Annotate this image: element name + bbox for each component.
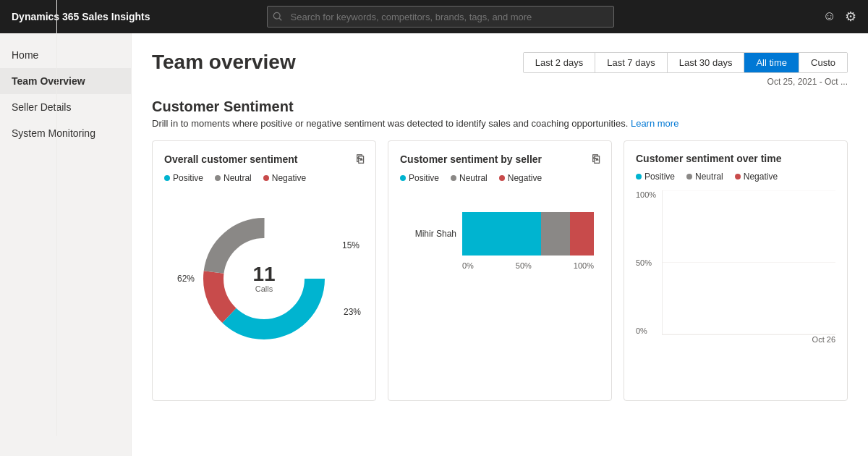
donut-label-62: 62% (177, 274, 195, 284)
bar-neutral-seg (541, 212, 570, 256)
bar-negative-seg (570, 212, 594, 256)
bar-positive-seg (462, 212, 541, 256)
yaxis-100: 100% (636, 190, 656, 199)
sidebar-item-system-monitoring[interactable]: System Monitoring (0, 120, 131, 146)
xaxis-50: 50% (516, 261, 532, 270)
by-seller-card-title: Customer sentiment by seller ⎘ (400, 153, 600, 166)
filter-last30days[interactable]: Last 30 days (668, 53, 745, 72)
filter-custom[interactable]: Custo (799, 53, 847, 72)
by-seller-chart: Mihir Shah 0% 50% 100% (400, 212, 600, 270)
sidebar-item-seller-details[interactable]: Seller Details (0, 94, 131, 120)
ot-chart-area (662, 190, 835, 335)
neutral-label: Neutral (224, 173, 252, 183)
filter-alltime[interactable]: All time (744, 53, 799, 72)
topnav-actions: ☺ ⚙ (823, 9, 856, 25)
xaxis-0: 0% (462, 261, 474, 270)
sidebar-item-team-overview[interactable]: Team Overview (0, 68, 131, 94)
xaxis-oct26: Oct 26 (812, 335, 835, 344)
learn-more-link[interactable]: Learn more (631, 118, 678, 129)
donut-chart: 11 Calls 62% 15% 23% (164, 192, 364, 366)
app-brand: Dynamics 365 Sales Insights (12, 11, 156, 22)
bar-label-mihir: Mihir Shah (406, 229, 456, 239)
sentiment-cards: Overall customer sentiment ⎘ Positive Ne… (152, 140, 848, 401)
search-bar[interactable] (267, 6, 614, 28)
by-seller-legend-positive: Positive (400, 173, 439, 183)
section-desc-text: Drill in to moments where positive or ne… (152, 118, 628, 129)
over-time-legend: Positive Neutral Negative (636, 172, 835, 182)
positive-label: Positive (173, 173, 203, 183)
positive-dot (164, 175, 170, 181)
by-seller-legend-negative: Negative (499, 173, 542, 183)
donut-label-23: 23% (344, 307, 361, 317)
ot-svg (663, 190, 835, 334)
bar-stack-mihir (462, 212, 594, 256)
over-time-chart: 100% 50% 0% (636, 190, 835, 344)
by-seller-xaxis: 0% 50% 100% (406, 261, 594, 270)
search-icon (273, 12, 283, 22)
time-filter-group: Last 2 days Last 7 days Last 30 days All… (523, 52, 848, 73)
sidebar-item-home[interactable]: Home (0, 42, 131, 68)
overall-export-icon[interactable]: ⎘ (357, 153, 364, 166)
main-content: Team overview Last 2 days Last 7 days La… (132, 33, 868, 456)
over-time-card: Customer sentiment over time Positive Ne… (624, 140, 848, 401)
xaxis-100: 100% (574, 261, 594, 270)
topnav: Dynamics 365 Sales Insights ☺ ⚙ (0, 0, 868, 33)
date-range: Oct 25, 2021 - Oct ... (152, 77, 848, 87)
settings-icon[interactable]: ⚙ (845, 9, 856, 25)
ot-yaxis: 100% 50% 0% (636, 190, 656, 335)
legend-negative: Negative (263, 173, 306, 183)
sidebar: Home Team Overview Seller Details System… (0, 33, 132, 456)
page-header: Team overview Last 2 days Last 7 days La… (152, 51, 848, 74)
section-description: Drill in to moments where positive or ne… (152, 118, 848, 129)
ot-legend-neutral: Neutral (686, 172, 723, 182)
donut-svg (192, 206, 336, 351)
by-seller-card: Customer sentiment by seller ⎘ Positive … (388, 140, 612, 401)
by-seller-export-icon[interactable]: ⎘ (592, 153, 600, 166)
yaxis-0: 0% (636, 326, 656, 335)
neutral-dot (215, 175, 221, 181)
by-seller-legend-neutral: Neutral (451, 173, 488, 183)
filter-last2days[interactable]: Last 2 days (524, 53, 596, 72)
filter-last7days[interactable]: Last 7 days (595, 53, 668, 72)
donut-label-15: 15% (342, 240, 359, 250)
by-seller-legend: Positive Neutral Negative (400, 173, 600, 183)
page-title: Team overview (152, 51, 296, 74)
bar-row-mihir: Mihir Shah (406, 212, 594, 256)
ot-legend-negative: Negative (735, 172, 778, 182)
negative-label: Negative (272, 173, 306, 183)
ot-xaxis: Oct 26 (662, 335, 835, 344)
svg-point-0 (273, 12, 280, 19)
overall-card-title: Overall customer sentiment ⎘ (164, 153, 364, 166)
yaxis-50: 50% (636, 258, 656, 267)
negative-dot (263, 175, 269, 181)
search-input[interactable] (267, 6, 614, 28)
overall-legend: Positive Neutral Negative (164, 173, 364, 183)
section-title: Customer Sentiment (152, 98, 848, 115)
ot-legend-positive: Positive (636, 172, 675, 182)
legend-neutral: Neutral (215, 173, 252, 183)
legend-positive: Positive (164, 173, 203, 183)
overall-sentiment-card: Overall customer sentiment ⎘ Positive Ne… (152, 140, 376, 401)
main-layout: Home Team Overview Seller Details System… (0, 33, 868, 456)
emoji-icon[interactable]: ☺ (823, 9, 836, 25)
svg-line-1 (279, 18, 281, 20)
over-time-card-title: Customer sentiment over time (636, 153, 835, 164)
